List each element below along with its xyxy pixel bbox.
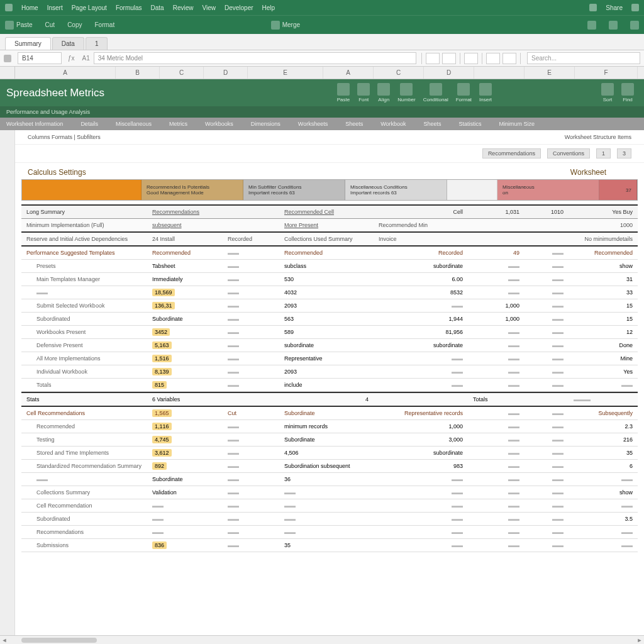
cb-cell: 37 xyxy=(599,180,637,200)
tool-conditional[interactable]: Conditional xyxy=(423,83,448,103)
tool-paste[interactable]: Paste xyxy=(337,83,350,103)
menu-item[interactable]: Help xyxy=(262,4,275,11)
nav-item[interactable]: Dimensions xyxy=(251,121,280,127)
comments-icon[interactable] xyxy=(631,4,639,11)
fx-label: ƒx xyxy=(64,55,79,62)
col-header[interactable]: E xyxy=(525,67,575,79)
formula-bar: B14 ƒx A1 34 Metric Model Search... xyxy=(0,50,644,67)
save-icon[interactable] xyxy=(4,55,11,62)
chip[interactable]: Recommendations xyxy=(482,148,541,158)
font-icon xyxy=(357,83,370,96)
table-row: SubordinatedSubordinate▬▬5631,9441,000▬▬… xyxy=(21,313,638,326)
section-header-right: Worksheet xyxy=(558,163,644,179)
table-row: Individual Workbook8,139▬▬2093▬▬▬▬▬▬Yes xyxy=(21,365,638,379)
menu-item[interactable]: View xyxy=(202,4,216,11)
fx-btn-1[interactable] xyxy=(426,53,440,64)
ribbon-misc-icon[interactable] xyxy=(630,21,639,30)
col-header[interactable]: C xyxy=(374,67,424,79)
column-headers: A B C D E A C D E F xyxy=(0,67,644,79)
col-header[interactable]: A xyxy=(15,67,116,79)
ribbon-misc-icon[interactable] xyxy=(587,21,596,30)
table-row: Subordinated▬▬▬▬▬▬▬▬▬▬▬▬3.5 xyxy=(21,513,638,526)
ribbon-misc-icon[interactable] xyxy=(609,21,618,30)
fx-btn-5[interactable] xyxy=(502,53,516,64)
ribbon-merge[interactable]: Merge xyxy=(271,21,300,30)
fx-btn-3[interactable] xyxy=(464,53,478,64)
info-left: Columns Formats | Subfilters xyxy=(28,134,101,140)
scroll-thumb[interactable] xyxy=(21,638,97,643)
table-row: Main Templates ManagerImmediately▬▬5306.… xyxy=(21,273,638,286)
nav-item[interactable]: Workbooks xyxy=(205,121,233,127)
ribbon: Paste Cut Copy Format Merge xyxy=(0,15,644,34)
tool-font[interactable]: Font xyxy=(357,83,370,103)
nav-item[interactable]: Worksheet Information xyxy=(6,121,63,127)
col-header[interactable]: C xyxy=(160,67,204,79)
nav-item[interactable]: Miscellaneous xyxy=(116,121,152,127)
col-header[interactable]: A xyxy=(323,67,374,79)
menu-item[interactable]: Review xyxy=(173,4,194,11)
scroll-right-icon[interactable]: ► xyxy=(635,637,644,643)
chip[interactable]: Conventions xyxy=(547,148,590,158)
nav-item[interactable]: Sheets xyxy=(424,121,441,127)
col-header[interactable]: E xyxy=(248,67,323,79)
tool-format[interactable]: Format xyxy=(456,83,472,103)
fx-btn-2[interactable] xyxy=(442,53,456,64)
format-icon xyxy=(457,83,470,96)
tool-align[interactable]: Align xyxy=(377,83,390,103)
nav-item[interactable]: Statistics xyxy=(459,121,482,127)
col-header[interactable]: F xyxy=(575,67,638,79)
nav-item[interactable]: Sheets xyxy=(345,121,363,127)
find-icon xyxy=(621,83,634,96)
ribbon-copy[interactable]: Copy xyxy=(67,21,82,28)
menu-item[interactable]: Developer xyxy=(225,4,253,11)
fx-btn-4[interactable] xyxy=(486,53,500,64)
menu-item[interactable]: Share xyxy=(606,4,623,11)
search-input[interactable]: Search... xyxy=(527,52,640,64)
col-header[interactable]: B xyxy=(116,67,160,79)
nav-item[interactable]: Minimum Size xyxy=(499,121,535,127)
name-box[interactable]: B14 xyxy=(18,52,62,64)
ribbon-cut[interactable]: Cut xyxy=(45,21,55,28)
table-row: Testing4,745▬▬Subordinate3,000▬▬▬▬216 xyxy=(21,433,638,447)
chip[interactable]: 1 xyxy=(596,148,611,158)
sheet-content: Columns Formats | Subfilters Worksheet S… xyxy=(0,130,644,635)
menu-item[interactable]: Data xyxy=(151,4,164,11)
ribbon-format[interactable]: Format xyxy=(95,21,115,28)
table-row: Standardized Recommendation Summary892▬▬… xyxy=(21,460,638,473)
table-row: Stored and Time Implements3,612▬▬4,506su… xyxy=(21,447,638,460)
col-header[interactable]: D xyxy=(204,67,248,79)
horizontal-scrollbar[interactable]: ◄ ► xyxy=(0,635,644,644)
scroll-left-icon[interactable]: ◄ xyxy=(0,637,9,643)
sheet-tabs: Summary Data 1 xyxy=(0,34,644,50)
chip[interactable]: 3 xyxy=(617,148,631,158)
share-icon[interactable] xyxy=(589,4,597,11)
formula-input[interactable]: 34 Metric Model xyxy=(94,52,416,64)
tool-sort[interactable]: Sort xyxy=(601,83,614,103)
tab-data[interactable]: Data xyxy=(52,37,84,50)
menu-item[interactable]: Insert xyxy=(47,4,63,11)
menu-item[interactable]: Page Layout xyxy=(72,4,107,11)
cb-cell: Recommended Is PotentialsGood Management… xyxy=(142,180,243,200)
nav-item[interactable]: Worksheets xyxy=(298,121,328,127)
col-header[interactable]: D xyxy=(424,67,474,79)
nav-item[interactable]: Workbook xyxy=(380,121,406,127)
table-row: Cell Recommendation▬▬▬▬▬▬▬▬▬▬▬▬▬▬ xyxy=(21,499,638,513)
table-row: Workbooks Present3452▬▬58981,956▬▬▬▬12 xyxy=(21,326,638,339)
conditional-icon xyxy=(430,83,442,96)
tool-find[interactable]: Find xyxy=(621,83,634,103)
table-section-row: Stats6 Variables 4 Totals▬▬▬ xyxy=(21,392,638,407)
cb-cell: Miscellaneouson xyxy=(497,180,599,200)
tab-summary[interactable]: Summary xyxy=(5,37,51,50)
merge-icon xyxy=(271,21,280,30)
ribbon-paste[interactable]: Paste xyxy=(5,21,33,30)
nav-item[interactable]: Details xyxy=(80,121,98,127)
menu-item[interactable]: Home xyxy=(21,4,38,11)
align-icon xyxy=(377,83,390,96)
tab-1[interactable]: 1 xyxy=(86,37,108,50)
table-row: ▬▬Subordinate▬▬36▬▬▬▬▬▬▬▬ xyxy=(21,473,638,486)
nav-item[interactable]: Metrics xyxy=(169,121,187,127)
table-header: Long SummaryRecommendations Recommended … xyxy=(21,206,638,219)
tool-insert[interactable]: Insert xyxy=(479,83,492,103)
menu-item[interactable]: Formulas xyxy=(116,4,142,11)
tool-number[interactable]: Number xyxy=(397,83,415,103)
